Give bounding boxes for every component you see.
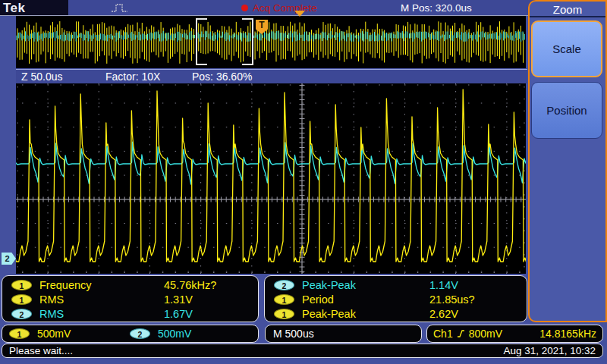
zoom-position-readout: Pos: 36.60% [192,71,252,83]
measurement-value: 1.31V [164,293,193,306]
measurement-row: 2 Peak-Peak 1.14V [265,278,527,292]
rising-edge-icon [457,328,465,339]
overview-waveform [16,16,526,68]
zoom-window-bracket-right[interactable] [242,18,253,65]
channel2-badge: 2 [274,280,294,290]
measurement-row: 1 Period 21.85us? [265,292,527,306]
channel2-scale: 500mV [158,328,191,340]
timebase-readout: M 500us [265,325,422,343]
trigger-position-arrow-icon [294,11,305,17]
acquisition-status: Acq Complete [241,2,317,14]
measurement-label: Peak-Peak [302,308,356,320]
channel1-badge: 1 [274,309,294,319]
measurement-box-left: 1 Frequency 45.76kHz? 1 RMS 1.31V 2 RMS … [2,275,259,322]
record-dot-icon [241,5,248,11]
measurement-value: 2.62V [429,308,458,320]
channel-scale-readout: 1 500mV 2 500mV [2,325,259,343]
position-button[interactable]: Position [531,82,602,139]
trigger-source: Ch1 [433,328,453,340]
trigger-frequency: 14.8165kHz [539,328,596,340]
measurement-value: 45.76kHz? [164,279,216,291]
status-message: Please wait.... [9,345,73,356]
measurement-value: 1.67V [164,308,193,320]
measurement-row: 2 RMS 1.67V [2,306,258,321]
status-bar: Please wait.... Aug 31, 2021, 10:32 [2,344,603,358]
acquisition-status-label: Acq Complete [253,2,317,14]
pulse-trigger-icon [111,2,129,14]
channel1-badge: 1 [9,328,30,339]
measurement-row: 1 Peak-Peak 2.62V [265,306,527,321]
measurement-label: RMS [39,308,64,320]
oscilloscope-screen: Tek Acq Complete M Pos: 320.0us T Z 50.0… [0,0,607,364]
record-overview-window [16,16,526,68]
side-menu-panel: Zoom Scale Position [528,0,607,322]
trigger-readout: Ch1 800mV 14.8165kHz [426,325,603,343]
channel2-ground-marker[interactable]: 2 [2,253,16,265]
main-waveform-display [16,83,526,274]
measurement-value: 1.14V [429,279,458,291]
channel2-badge: 2 [130,328,150,339]
datetime: Aug 31, 2021, 10:32 [503,345,596,356]
measurement-label: Peak-Peak [302,279,356,291]
channel1-badge: 1 [11,294,32,305]
measurement-value: 21.85us? [429,293,475,306]
channel1-badge: 1 [11,280,32,290]
measurement-label: Frequency [39,279,92,291]
horizontal-position-readout: M Pos: 320.0us [401,2,472,14]
channel1-badge: 1 [274,294,294,305]
waveform-plot [16,83,526,274]
zoom-scale-readout: Z 50.0us [21,71,62,83]
zoom-window-bracket-left[interactable] [196,18,207,65]
measurement-label: RMS [39,293,64,306]
measurement-row: 1 Frequency 45.76kHz? [2,278,258,292]
measurement-box-right: 2 Peak-Peak 1.14V 1 Period 21.85us? 1 Pe… [264,275,527,322]
channel1-scale: 500mV [37,328,71,340]
tek-logo: Tek [0,0,68,16]
scale-button[interactable]: Scale [531,20,602,77]
trigger-level: 800mV [469,328,502,340]
zoom-factor-readout: Factor: 10X [105,71,160,83]
zoom-scale-bar: Z 50.0us Factor: 10X Pos: 36.60% [16,69,527,83]
channel2-badge: 2 [11,309,32,319]
measurement-row: 1 RMS 1.31V [2,292,258,306]
measurement-label: Period [302,293,334,306]
menu-title: Zoom [530,2,605,17]
